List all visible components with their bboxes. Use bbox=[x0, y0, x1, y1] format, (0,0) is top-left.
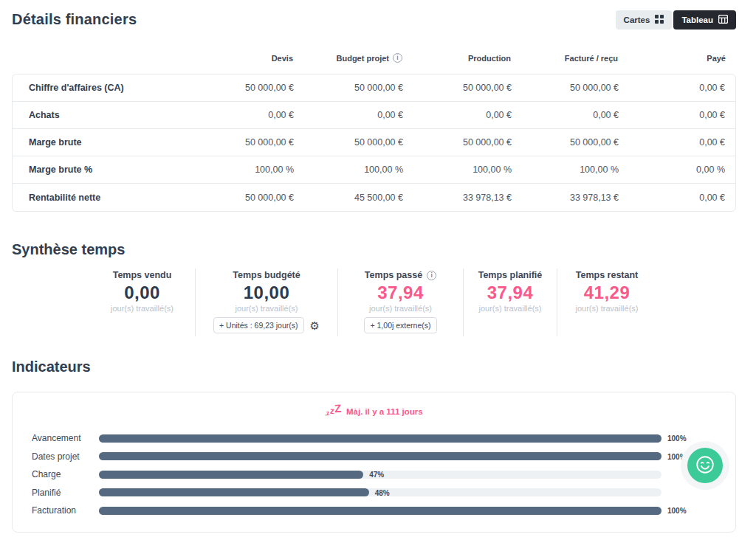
cartes-button-label: Cartes bbox=[624, 15, 650, 24]
card-temps-restant: Temps restant 41,29 jour(s) travaillé(s) bbox=[557, 268, 656, 336]
charge-percent: 47% bbox=[369, 471, 384, 479]
temps-passe-value: 37,94 bbox=[343, 283, 458, 303]
column-header-facture-recu: Facturé / reçu bbox=[521, 53, 628, 63]
sleep-zzz-icon: ,zzZ bbox=[325, 406, 341, 417]
table-row-rentabilite-nette: Rentabilité nette 50 000,00 € 45 500,00 … bbox=[13, 184, 735, 211]
dates-projet-bar bbox=[99, 452, 662, 460]
tableau-view-button[interactable]: Tableau bbox=[673, 10, 736, 30]
card-temps-budgete: Temps budgété 10,00 jour(s) travaillé(s)… bbox=[196, 268, 338, 336]
facturation-percent: 100% bbox=[667, 507, 687, 515]
table-row-marge-brute: Marge brute 50 000,00 € 50 000,00 € 50 0… bbox=[13, 129, 735, 156]
view-toggle: Cartes Tableau bbox=[616, 10, 736, 30]
financial-table-header: Devis Budget projet i Production Facturé… bbox=[12, 53, 736, 63]
column-header-empty bbox=[12, 53, 233, 63]
satisfaction-smiley-button[interactable] bbox=[687, 448, 723, 483]
avancement-bar bbox=[99, 434, 662, 443]
bar-row-facturation: Facturation 100% bbox=[13, 502, 735, 520]
cartes-view-button[interactable]: Cartes bbox=[616, 10, 673, 30]
temps-vendu-value: 0,00 bbox=[94, 283, 190, 303]
planifie-percent: 48% bbox=[375, 488, 390, 496]
financial-table: Chiffre d'affaires (CA) 50 000,00 € 50 0… bbox=[12, 74, 736, 212]
indicator-bars: Avancement 100% Dates projet 100% Charge… bbox=[13, 429, 735, 520]
column-header-paye: Payé bbox=[628, 53, 736, 63]
last-update-row: ,zzZ Màj. il y a 111 jours bbox=[13, 406, 735, 417]
indicators-card: ,zzZ Màj. il y a 111 jours Avancement 10… bbox=[12, 392, 736, 533]
facturation-bar bbox=[99, 507, 662, 515]
bar-row-planifie: Planifié 48% bbox=[13, 484, 735, 502]
temps-passe-info-icon[interactable]: i bbox=[427, 271, 436, 280]
indicators-title: Indicateurs bbox=[12, 358, 91, 375]
temps-restant-value: 41,29 bbox=[562, 283, 652, 303]
gear-icon[interactable]: ⚙ bbox=[310, 320, 320, 331]
budget-projet-info-icon[interactable]: i bbox=[393, 53, 402, 63]
table-row-marge-brute-pct: Marge brute % 100,00 % 100,00 % 100,00 %… bbox=[13, 156, 735, 184]
table-icon bbox=[718, 15, 728, 25]
column-header-devis: Devis bbox=[233, 53, 303, 63]
table-row-achats: Achats 0,00 € 0,00 € 0,00 € 0,00 € 0,00 … bbox=[13, 102, 735, 129]
temps-planifie-value: 37,94 bbox=[468, 283, 552, 303]
smiley-button-halo bbox=[681, 441, 729, 490]
unites-chip: + Unités : 69,23 jour(s) bbox=[213, 317, 304, 333]
externe-chip: + 1,00j externe(s) bbox=[364, 317, 436, 333]
column-header-budget-projet: Budget projet i bbox=[303, 53, 413, 63]
page-title: Détails financiers bbox=[12, 11, 137, 28]
last-update-label: Màj. il y a 111 jours bbox=[346, 407, 423, 417]
smiley-face-icon bbox=[694, 454, 716, 478]
column-header-production: Production bbox=[413, 53, 521, 63]
table-row-chiffre-affaires: Chiffre d'affaires (CA) 50 000,00 € 50 0… bbox=[13, 74, 735, 102]
card-temps-planifie: Temps planifié 37,94 jour(s) travaillé(s… bbox=[464, 268, 557, 336]
temps-budgete-value: 10,00 bbox=[200, 283, 333, 303]
time-summary-title: Synthèse temps bbox=[12, 241, 125, 258]
bar-row-dates-projet: Dates projet 100% bbox=[13, 448, 735, 466]
bar-row-avancement: Avancement 100% bbox=[13, 429, 735, 448]
time-summary-cards: Temps vendu 0,00 jour(s) travaillé(s) Te… bbox=[89, 268, 656, 336]
grid-icon bbox=[655, 15, 664, 25]
charge-bar bbox=[99, 471, 363, 479]
card-temps-passe: Temps passé i 37,94 jour(s) travaillé(s)… bbox=[338, 268, 464, 336]
avancement-percent: 100% bbox=[667, 434, 687, 443]
card-temps-vendu: Temps vendu 0,00 jour(s) travaillé(s) bbox=[89, 268, 196, 336]
financial-details-page: Détails financiers Cartes Tableau Devis … bbox=[0, 0, 756, 551]
bar-row-charge: Charge 47% bbox=[13, 465, 735, 484]
planifie-bar bbox=[99, 488, 369, 496]
tableau-button-label: Tableau bbox=[681, 15, 713, 24]
